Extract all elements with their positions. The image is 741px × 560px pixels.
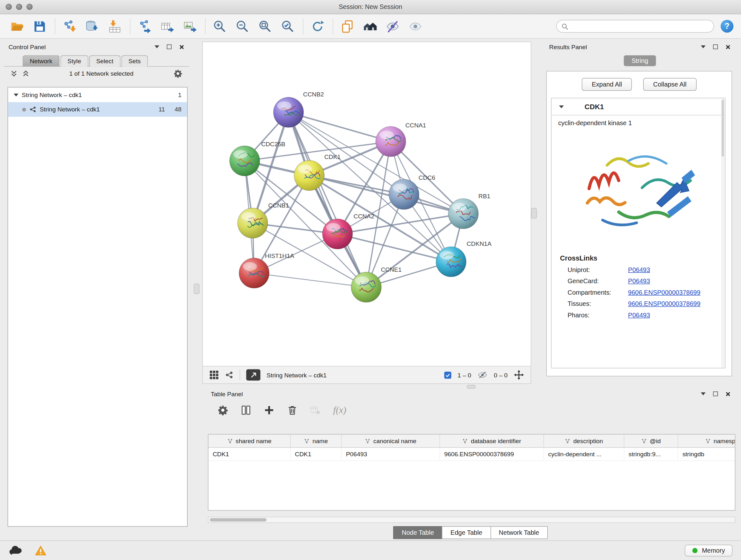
maximize-panel-button[interactable] [713,391,718,396]
tab-node-table[interactable]: Node Table [393,526,442,539]
close-panel-button[interactable] [725,44,731,49]
maximize-window-button[interactable] [26,4,32,10]
network-collection-row[interactable]: String Network – cdk1 1 [8,87,187,102]
import-table-button[interactable] [105,17,124,36]
table-cell[interactable]: stringdb [678,448,735,460]
network-view-icon[interactable] [225,371,233,379]
pan-move-icon[interactable] [514,370,524,380]
collapse-all-button[interactable]: Collapse All [643,78,697,91]
add-column-button[interactable] [264,405,274,416]
network-node-CCNA2[interactable] [322,219,352,249]
network-edge-CCNB2-CCNE1[interactable] [288,112,366,287]
crosslink-link[interactable]: P06493 [628,311,650,318]
network-row-selected[interactable]: String Network – cdk1 11 48 [8,102,187,117]
table-cell[interactable]: P06493 [342,448,440,460]
tab-sets[interactable]: Sets [121,55,148,67]
network-node-CCNE1[interactable] [351,272,381,302]
table-options-gear-button[interactable] [217,405,228,416]
network-node-CDKN1A[interactable] [436,247,466,277]
column-header-database-identifier[interactable]: database identifier [440,435,544,447]
close-panel-button[interactable] [179,44,184,49]
string-home-button[interactable] [360,17,380,36]
hide-annotations-button[interactable] [383,17,402,36]
right-splitter-handle[interactable] [531,208,537,219]
network-edge-HIST1H1A-CCNE1[interactable] [254,273,366,287]
tab-network-table[interactable]: Network Table [490,526,548,539]
import-network-from-database-button[interactable] [83,17,102,36]
hidden-eye-icon[interactable] [477,371,488,379]
float-panel-button[interactable] [154,45,159,48]
memory-button[interactable]: Memory [685,544,732,556]
apply-layout-button[interactable] [308,17,327,36]
maximize-panel-button[interactable] [167,44,172,49]
search-input[interactable] [571,22,709,30]
crosslink-link[interactable]: P06493 [628,266,650,273]
save-session-button[interactable] [30,17,49,36]
table-cell[interactable]: CDK1 [291,448,342,460]
warning-button[interactable] [35,545,47,555]
zoom-selected-button[interactable] [278,17,297,36]
column-header-shared-name[interactable]: shared name [208,435,291,447]
search-box[interactable] [556,20,714,33]
show-columns-button[interactable] [241,405,252,416]
network-node-CCNA1[interactable] [376,126,406,157]
documents-button[interactable] [338,17,357,36]
collection-disclosure-icon[interactable] [14,93,18,96]
tab-network[interactable]: Network [23,55,59,67]
network-node-CDK1[interactable] [294,160,324,190]
left-splitter-handle[interactable] [194,284,199,294]
float-panel-button[interactable] [701,392,705,395]
import-network-from-file-button[interactable] [60,17,79,36]
table-cell[interactable]: cyclin-dependent ... [544,448,624,460]
cloud-status-button[interactable] [9,545,23,555]
table-cell[interactable]: stringdb:9... [624,448,678,460]
zoom-out-button[interactable] [233,17,252,36]
table-horizontal-scrollbar[interactable] [208,517,736,523]
table-scrollbar-thumb[interactable] [210,518,267,521]
column-header-description[interactable]: description [544,435,624,447]
table-cell[interactable]: 9606.ENSP00000378699 [440,448,544,460]
table-cell[interactable]: CDK1 [208,448,291,460]
results-scrollbar-thumb[interactable] [722,100,724,157]
close-panel-button[interactable] [725,391,731,396]
help-button[interactable]: ? [721,20,733,33]
tab-edge-table[interactable]: Edge Table [442,526,491,539]
column-header--id[interactable]: @id [624,435,678,447]
crosslink-link[interactable]: P06493 [628,277,650,285]
zoom-in-button[interactable] [210,17,229,36]
network-node-CDC25B[interactable] [229,146,259,176]
export-network-button[interactable] [135,17,154,36]
network-graph[interactable]: CCNB2CCNA1CDC25BCDK1CDC6RB1CCNB1CCNA2CDK… [203,42,531,366]
network-options-button[interactable] [173,69,182,78]
function-builder-button[interactable]: f(x) [333,405,346,416]
column-header-namespace[interactable]: namespace [678,435,735,447]
export-image-button[interactable] [181,17,199,36]
column-header-name[interactable]: name [291,435,342,447]
export-table-button[interactable] [158,17,177,36]
crosslink-link[interactable]: 9606.ENSP00000378699 [628,300,700,307]
birdseye-view-button[interactable] [246,369,260,381]
delete-column-button[interactable] [287,405,298,416]
selected-checkbox[interactable] [444,371,451,378]
tab-style[interactable]: Style [60,55,88,67]
entry-disclosure-icon[interactable] [559,105,564,108]
network-node-RB1[interactable] [448,199,478,229]
gene-entry-header[interactable]: CDK1 [551,98,725,115]
grid-view-icon[interactable] [209,370,219,380]
zoom-fit-button[interactable] [256,17,274,36]
crosslink-link[interactable]: 9606.ENSP00000378699 [628,289,700,296]
float-panel-button[interactable] [701,45,705,48]
expand-all-networks-button[interactable] [22,70,29,77]
column-header-canonical-name[interactable]: canonical name [342,435,440,447]
minimize-window-button[interactable] [16,4,22,10]
maximize-panel-button[interactable] [713,44,718,49]
open-session-button[interactable] [8,17,26,36]
collapse-all-networks-button[interactable] [10,70,17,77]
expand-all-button[interactable]: Expand All [582,78,632,91]
network-canvas[interactable]: CCNB2CCNA1CDC25BCDK1CDC6RB1CCNB1CCNA2CDK… [203,42,531,366]
results-scrollbar[interactable] [721,99,724,368]
tab-select[interactable]: Select [89,55,120,67]
network-node-CCNB1[interactable] [238,208,268,238]
bottom-splitter-handle[interactable] [467,385,475,388]
network-node-CDC6[interactable] [389,179,419,209]
